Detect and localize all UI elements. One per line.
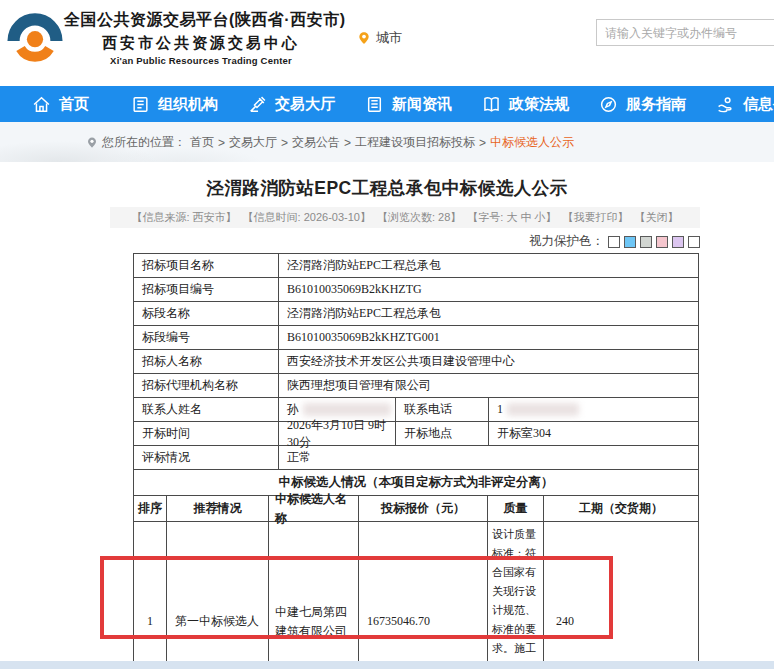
nav-item-service-guide[interactable]: 服务指南: [599, 95, 686, 114]
meta-fontsize-control[interactable]: 【字号: 大 中 小】: [467, 210, 556, 225]
eye-color-swatch[interactable]: [640, 236, 652, 248]
row-label: 开标时间: [134, 422, 279, 446]
breadcrumb-separator: >: [344, 136, 351, 150]
row-label: 联系电话: [396, 398, 489, 422]
col-header-quality: 质量: [488, 496, 544, 522]
contact-name-text: 孙: [287, 401, 299, 418]
breadcrumb-current: 中标候选人公示: [490, 134, 574, 151]
meta-views: 【浏览次数: 28】: [377, 210, 461, 225]
table-row: 招标人名称 西安经济技术开发区公共项目建设管理中心: [134, 350, 699, 374]
open-place-value: 开标室304: [489, 422, 699, 446]
table-row: 招标项目名称 泾渭路消防站EPC工程总承包: [134, 254, 699, 278]
eye-protection-label: 视力保护色：: [529, 233, 604, 250]
breadcrumb-separator: >: [218, 136, 225, 150]
row-value: 泾渭路消防站EPC工程总承包: [279, 302, 699, 326]
table-row: 招标代理机构名称 陕西理想项目管理有限公司: [134, 374, 699, 398]
table-row-contact: 联系人姓名 孙 联系电话 1: [134, 398, 699, 422]
breadcrumb-item-construction-bidding[interactable]: 工程建设项目招标投标: [355, 134, 475, 151]
contact-phone-value: 1: [489, 398, 699, 422]
row-value: 正常: [279, 446, 699, 470]
nav-item-trade-hall[interactable]: 交易大厅: [248, 95, 335, 114]
policy-icon: [482, 95, 501, 114]
col-header-duration: 工期（交货期）: [544, 496, 699, 522]
breadcrumb-item-trade-hall[interactable]: 交易大厅: [229, 134, 277, 151]
table-column-header-row: 排序 推荐情况 中标候选人名称 投标报价（元） 质量 工期（交货期）: [134, 496, 699, 522]
row-label: 招标项目名称: [134, 254, 279, 278]
breadcrumb-bar: 您所在的位置： 首页 > 交易大厅 > 交易公告 > 工程建设项目招标投标 > …: [0, 122, 774, 162]
col-header-rank: 排序: [134, 496, 167, 522]
contact-phone-text: 1: [497, 402, 503, 417]
meta-source: 【信息来源: 西安市】: [131, 210, 236, 225]
nav-label: 服务指南: [626, 95, 686, 114]
nav-item-policy[interactable]: 政策法规: [482, 95, 569, 114]
breadcrumb-prefix: 您所在的位置：: [102, 134, 186, 151]
eye-color-swatch[interactable]: [608, 236, 620, 248]
nav-item-home[interactable]: 首页: [32, 95, 89, 114]
center-title-en: Xi'an Public Resources Trading Center: [64, 55, 338, 66]
redacted-blur: [507, 403, 579, 416]
platform-title: 全国公共资源交易平台(陕西省·西安市): [64, 10, 338, 31]
footer-strip: [0, 661, 774, 669]
nav-label: 信息公开: [743, 95, 774, 114]
service-guide-icon: [599, 95, 618, 114]
eye-color-swatch[interactable]: [656, 236, 668, 248]
breadcrumb-item-home[interactable]: 首页: [190, 134, 214, 151]
open-time-value: 2026年3月10日 9时30分: [279, 422, 396, 446]
row-label: 招标代理机构名称: [134, 374, 279, 398]
site-header: 全国公共资源交易平台(陕西省·西安市) 西安市公共资源交易中心 Xi'an Pu…: [0, 0, 774, 86]
page: 全国公共资源交易平台(陕西省·西安市) 西安市公共资源交易中心 Xi'an Pu…: [0, 0, 774, 669]
info-disclosure-icon: [716, 95, 735, 114]
nav-label: 组织机构: [158, 95, 218, 114]
breadcrumb-item-announcements[interactable]: 交易公告: [292, 134, 340, 151]
site-brand: 全国公共资源交易平台(陕西省·西安市) 西安市公共资源交易中心 Xi'an Pu…: [64, 10, 338, 66]
breadcrumb-separator: >: [281, 136, 288, 150]
table-row: 标段编号 B61010035069B2kKHZTG001: [134, 326, 699, 350]
page-title: 泾渭路消防站EPC工程总承包中标候选人公示: [0, 176, 774, 200]
organization-icon: [131, 95, 150, 114]
close-button[interactable]: 【关闭】: [635, 210, 679, 225]
section-header: 中标候选人情况（本项目定标方式为非评定分离）: [134, 470, 699, 496]
row-label: 联系人姓名: [134, 398, 279, 422]
site-logo-icon: [6, 9, 64, 71]
col-header-recommendation: 推荐情况: [167, 496, 269, 522]
table-row-bid-opening: 开标时间 2026年3月10日 9时30分 开标地点 开标室304: [134, 422, 699, 446]
nav-label: 首页: [59, 95, 89, 114]
row-value: 陕西理想项目管理有限公司: [279, 374, 699, 398]
location-pin-icon: [357, 29, 371, 47]
table-row: 招标项目编号 B61010035069B2kKHZTG: [134, 278, 699, 302]
nav-label: 交易大厅: [275, 95, 335, 114]
eye-protection-row: 视力保护色：: [0, 233, 700, 250]
city-selector[interactable]: 城市: [357, 29, 402, 47]
nav-item-info-disclosure[interactable]: 信息公开: [716, 95, 774, 114]
row-label: 招标人名称: [134, 350, 279, 374]
row-value: B61010035069B2kKHZTG001: [279, 326, 699, 350]
nav-label: 新闻资讯: [392, 95, 452, 114]
table-row-evaluation: 评标情况 正常: [134, 446, 699, 470]
row-value: 西安经济技术开发区公共项目建设管理中心: [279, 350, 699, 374]
table-row: 标段名称 泾渭路消防站EPC工程总承包: [134, 302, 699, 326]
center-title: 西安市公共资源交易中心: [64, 34, 338, 53]
redacted-blur: [303, 403, 391, 416]
meta-time: 【信息时间: 2026-03-10】: [243, 210, 371, 225]
breadcrumb: 您所在的位置： 首页 > 交易大厅 > 交易公告 > 工程建设项目招标投标 > …: [86, 134, 574, 151]
row-label: 标段编号: [134, 326, 279, 350]
row-value: B61010035069B2kKHZTG: [279, 278, 699, 302]
nav-item-organization[interactable]: 组织机构: [131, 95, 218, 114]
row-label: 开标地点: [396, 422, 489, 446]
row-label: 招标项目编号: [134, 278, 279, 302]
article-meta-bar: 【信息来源: 西安市】 【信息时间: 2026-03-10】 【浏览次数: 28…: [110, 207, 700, 228]
print-button[interactable]: 【我要打印】: [563, 210, 629, 225]
nav-item-news[interactable]: 新闻资讯: [365, 95, 452, 114]
search-input[interactable]: [596, 19, 774, 46]
eye-color-swatch[interactable]: [624, 236, 636, 248]
nav-label: 政策法规: [509, 95, 569, 114]
location-pin-icon: [86, 135, 98, 150]
news-icon: [365, 95, 384, 114]
eye-color-swatch[interactable]: [672, 236, 684, 248]
table-section-header-row: 中标候选人情况（本项目定标方式为非评定分离）: [134, 470, 699, 496]
eye-color-swatch[interactable]: [688, 236, 700, 248]
city-label: 城市: [376, 29, 402, 47]
breadcrumb-separator: >: [479, 136, 486, 150]
trade-hall-icon: [248, 95, 267, 114]
main-nav: 首页 组织机构 交易大厅 新闻资讯 政策法规: [0, 86, 774, 122]
